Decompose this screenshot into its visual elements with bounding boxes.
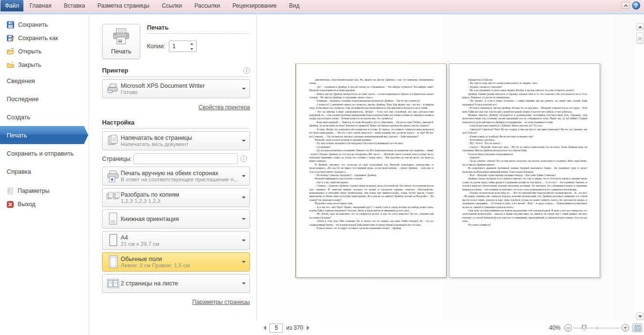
sidebar-item-save-as[interactable]: Сохранить как	[0, 31, 88, 45]
dropdown-subtitle: В ответ на соответствующее приглашение п…	[121, 177, 239, 182]
page-text: действительно. Благотворительный обед. Н…	[309, 78, 434, 230]
current-page-input[interactable]	[270, 324, 283, 333]
printer-name: Microsoft XPS Document Writer	[121, 83, 239, 89]
page-setup-link[interactable]: Параметры страницы	[192, 299, 250, 305]
sidebar-item-help[interactable]: Справка	[0, 162, 88, 180]
close-folder-icon	[7, 61, 14, 69]
sidebar-item-recent[interactable]: Последние	[0, 90, 88, 108]
printer-info-icon[interactable]: i	[243, 67, 250, 74]
manual-duplex-icon	[107, 170, 119, 182]
page-text: обращается к Гоббсону.– Ну, судя по тому…	[462, 78, 587, 227]
margins-select[interactable]: Обычные поля Левое: 3 см Правое: 1,5 см	[102, 252, 250, 272]
section-heading-settings-label: Настройка	[102, 119, 135, 126]
duplex-select[interactable]: Печать вручную на обеих сторонах В ответ…	[102, 167, 250, 186]
printer-status: Готово	[121, 89, 239, 95]
backstage-sidebar: Сохранить Сохранить как Открыть Закрыть …	[0, 14, 89, 335]
portrait-orientation-icon	[108, 212, 118, 226]
chevron-down-icon	[242, 197, 246, 199]
dropdown-subtitle: Левое: 3 см Правое: 1,5 см	[121, 262, 239, 268]
fit-to-page-icon	[634, 325, 641, 331]
sidebar-item-label: Закрыть	[18, 62, 41, 68]
dropdown-subtitle: 1,2,3 1,2,3 1,2,3	[121, 198, 239, 204]
sidebar-item-info[interactable]: Сведения	[0, 72, 88, 90]
zoom-out-button[interactable]: −	[564, 324, 572, 332]
scrollbar-thumb[interactable]	[636, 32, 644, 44]
scroll-down-button[interactable]	[636, 313, 644, 320]
copies-stepper[interactable]	[169, 41, 197, 52]
sidebar-item-close[interactable]: Закрыть	[0, 58, 88, 72]
scroll-up-button[interactable]	[636, 23, 644, 31]
pages-label: Страницы:	[102, 156, 134, 162]
spin-down-icon	[190, 48, 193, 50]
scroll-down-icon	[638, 315, 642, 318]
sidebar-item-save[interactable]: Сохранить	[0, 18, 88, 31]
previous-page-icon[interactable]	[263, 325, 266, 330]
save-as-icon	[7, 34, 14, 42]
tab-bar-spacer	[306, 0, 622, 11]
paper-size-select[interactable]: A4 21 см x 29,7 см	[102, 231, 250, 250]
sidebar-item-save-and-send[interactable]: Сохранить и отправить	[0, 144, 88, 162]
sidebar-item-label: Сохранить и отправить	[7, 150, 73, 157]
chevron-down-icon	[242, 218, 246, 220]
dropdown-title: Книжная ориентация	[121, 216, 239, 222]
chevron-down-icon	[242, 240, 246, 241]
pages-info-icon[interactable]: i	[240, 156, 247, 162]
chevron-down-icon	[242, 283, 246, 284]
minimize-ribbon-button[interactable]	[622, 2, 630, 9]
sidebar-item-label: Параметры	[18, 188, 50, 194]
tab-file[interactable]: Файл	[0, 0, 23, 11]
paper-size-icon	[108, 234, 118, 247]
tab-view[interactable]: Вид	[283, 0, 306, 11]
ribbon-tab-bar: Файл Главная Вставка Разметка страницы С…	[0, 0, 644, 11]
dropdown-title: 2 страницы на листе	[121, 280, 239, 287]
exit-icon	[7, 201, 14, 208]
collate-select[interactable]: Разобрать по копиям 1,2,3 1,2,3 1,2,3	[102, 188, 250, 207]
sidebar-item-label: Сведения	[7, 77, 35, 84]
dropdown-title: Обычные поля	[121, 256, 239, 262]
tab-review[interactable]: Рецензирование	[226, 0, 283, 11]
printer-properties-link[interactable]: Свойства принтера	[198, 104, 250, 111]
zoom-slider-thumb[interactable]	[582, 325, 586, 331]
help-icon: ?	[634, 2, 638, 9]
help-button[interactable]: ?	[632, 1, 640, 10]
chevron-down-icon	[242, 261, 246, 263]
next-page-icon[interactable]	[307, 325, 310, 330]
printer-select[interactable]: Microsoft XPS Document Writer Готово	[102, 79, 250, 98]
tab-mailings[interactable]: Рассылки	[188, 0, 226, 11]
zoom-in-button[interactable]: +	[622, 324, 629, 332]
page-count-label: из 370	[286, 325, 303, 331]
tab-insert[interactable]: Вставка	[58, 0, 92, 11]
chevron-down-icon	[242, 175, 246, 177]
zoom-slider[interactable]	[573, 325, 620, 332]
preview-page-right: обращается к Гоббсону.– Ну, судя по тому…	[449, 63, 600, 278]
section-heading-print-label: Печать	[147, 24, 168, 31]
pages-input[interactable]	[134, 153, 238, 164]
copies-input[interactable]	[169, 41, 187, 52]
options-icon	[7, 188, 14, 195]
preview-scrollbar[interactable]	[636, 23, 644, 321]
sidebar-item-new[interactable]: Создать	[0, 108, 88, 126]
print-range-select[interactable]: Напечатать все страницы Напечатать весь …	[102, 131, 250, 150]
sidebar-item-print[interactable]: Печать	[0, 126, 88, 144]
tab-references[interactable]: Ссылки	[156, 0, 188, 11]
sidebar-item-exit[interactable]: Выход	[0, 198, 88, 211]
sidebar-item-label: Выход	[18, 201, 35, 208]
print-button[interactable]: Печать	[102, 24, 140, 59]
zoom-percent-label[interactable]: 40%	[549, 325, 561, 331]
sidebar-item-label: Последние	[7, 95, 39, 103]
page-navigation: из 370	[263, 324, 310, 333]
fit-to-page-button[interactable]	[633, 324, 642, 332]
sidebar-item-options[interactable]: Параметры	[0, 184, 88, 198]
save-icon	[7, 21, 14, 29]
orientation-select[interactable]: Книжная ориентация	[102, 209, 250, 229]
copies-decrement-button[interactable]	[187, 46, 196, 52]
tab-page-layout[interactable]: Разметка страницы	[91, 0, 156, 11]
tab-home[interactable]: Главная	[23, 0, 58, 11]
preview-page-left: действительно. Благотворительный обед. Н…	[295, 63, 447, 278]
zoom-slider-center-tick	[597, 326, 597, 330]
pages-per-sheet-select[interactable]: 2 страницы на листе	[102, 274, 250, 293]
sidebar-item-open[interactable]: Открыть	[0, 45, 88, 58]
copies-increment-button[interactable]	[187, 41, 196, 46]
section-heading-settings: Настройка	[102, 119, 250, 129]
chevron-down-icon	[242, 88, 246, 90]
